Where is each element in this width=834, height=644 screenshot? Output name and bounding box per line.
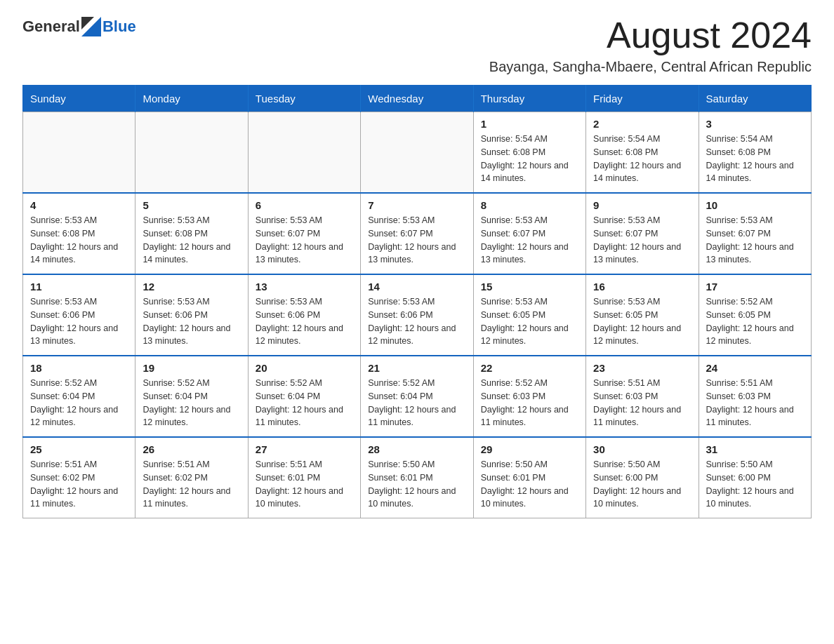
- day-number: 7: [368, 199, 465, 211]
- calendar-week-5: 25Sunrise: 5:51 AM Sunset: 6:02 PM Dayli…: [23, 437, 812, 518]
- logo-blue: Blue: [102, 18, 136, 36]
- day-info: Sunrise: 5:53 AM Sunset: 6:07 PM Dayligh…: [368, 214, 465, 267]
- day-info: Sunrise: 5:53 AM Sunset: 6:08 PM Dayligh…: [143, 214, 240, 267]
- day-number: 3: [706, 118, 804, 130]
- calendar-day: 23Sunrise: 5:51 AM Sunset: 6:03 PM Dayli…: [586, 356, 699, 437]
- day-info: Sunrise: 5:53 AM Sunset: 6:05 PM Dayligh…: [593, 295, 691, 348]
- day-info: Sunrise: 5:50 AM Sunset: 6:00 PM Dayligh…: [706, 458, 804, 511]
- day-number: 15: [481, 281, 578, 293]
- calendar-week-4: 18Sunrise: 5:52 AM Sunset: 6:04 PM Dayli…: [23, 356, 812, 437]
- day-info: Sunrise: 5:52 AM Sunset: 6:04 PM Dayligh…: [256, 377, 353, 429]
- day-info: Sunrise: 5:52 AM Sunset: 6:03 PM Dayligh…: [481, 377, 578, 429]
- day-number: 2: [593, 118, 691, 130]
- day-info: Sunrise: 5:53 AM Sunset: 6:06 PM Dayligh…: [143, 295, 240, 348]
- calendar-day: 12Sunrise: 5:53 AM Sunset: 6:06 PM Dayli…: [135, 274, 248, 356]
- calendar-day: 26Sunrise: 5:51 AM Sunset: 6:02 PM Dayli…: [135, 437, 248, 518]
- calendar-day: 18Sunrise: 5:52 AM Sunset: 6:04 PM Dayli…: [23, 356, 135, 437]
- logo-general: General: [22, 18, 80, 36]
- calendar-day: 14Sunrise: 5:53 AM Sunset: 6:06 PM Dayli…: [361, 274, 473, 356]
- calendar-day: 31Sunrise: 5:50 AM Sunset: 6:00 PM Dayli…: [699, 437, 811, 518]
- day-info: Sunrise: 5:53 AM Sunset: 6:06 PM Dayligh…: [30, 295, 128, 348]
- day-number: 17: [706, 281, 804, 293]
- day-info: Sunrise: 5:52 AM Sunset: 6:04 PM Dayligh…: [368, 377, 465, 429]
- day-header-saturday: Saturday: [699, 86, 811, 112]
- day-header-thursday: Thursday: [473, 86, 585, 112]
- day-info: Sunrise: 5:52 AM Sunset: 6:05 PM Dayligh…: [706, 295, 804, 348]
- day-number: 24: [706, 362, 804, 374]
- day-info: Sunrise: 5:51 AM Sunset: 6:03 PM Dayligh…: [593, 377, 691, 429]
- day-info: Sunrise: 5:51 AM Sunset: 6:01 PM Dayligh…: [256, 458, 353, 511]
- day-number: 21: [368, 362, 465, 374]
- day-number: 6: [256, 199, 353, 211]
- day-header-friday: Friday: [586, 86, 699, 112]
- calendar-day: 10Sunrise: 5:53 AM Sunset: 6:07 PM Dayli…: [699, 193, 811, 274]
- calendar-day: 11Sunrise: 5:53 AM Sunset: 6:06 PM Dayli…: [23, 274, 135, 356]
- calendar-day: [23, 112, 135, 194]
- calendar-day: 25Sunrise: 5:51 AM Sunset: 6:02 PM Dayli…: [23, 437, 135, 518]
- calendar-day: 2Sunrise: 5:54 AM Sunset: 6:08 PM Daylig…: [586, 112, 699, 194]
- calendar-table: SundayMondayTuesdayWednesdayThursdayFrid…: [22, 85, 812, 518]
- calendar-day: 15Sunrise: 5:53 AM Sunset: 6:05 PM Dayli…: [473, 274, 585, 356]
- day-info: Sunrise: 5:54 AM Sunset: 6:08 PM Dayligh…: [706, 133, 804, 185]
- day-number: 26: [143, 443, 240, 455]
- calendar-day: 22Sunrise: 5:52 AM Sunset: 6:03 PM Dayli…: [473, 356, 585, 437]
- day-number: 23: [593, 362, 691, 374]
- day-info: Sunrise: 5:52 AM Sunset: 6:04 PM Dayligh…: [143, 377, 240, 429]
- day-number: 27: [256, 443, 353, 455]
- day-info: Sunrise: 5:50 AM Sunset: 6:01 PM Dayligh…: [481, 458, 578, 511]
- day-info: Sunrise: 5:54 AM Sunset: 6:08 PM Dayligh…: [593, 133, 691, 185]
- title-block: August 2024: [607, 17, 812, 53]
- calendar-day: 21Sunrise: 5:52 AM Sunset: 6:04 PM Dayli…: [361, 356, 473, 437]
- calendar-day: 13Sunrise: 5:53 AM Sunset: 6:06 PM Dayli…: [248, 274, 360, 356]
- day-number: 10: [706, 199, 804, 211]
- calendar-day: 6Sunrise: 5:53 AM Sunset: 6:07 PM Daylig…: [248, 193, 360, 274]
- month-title: August 2024: [607, 17, 812, 53]
- day-info: Sunrise: 5:53 AM Sunset: 6:06 PM Dayligh…: [256, 295, 353, 348]
- day-number: 30: [593, 443, 691, 455]
- day-number: 4: [30, 199, 128, 211]
- day-info: Sunrise: 5:53 AM Sunset: 6:07 PM Dayligh…: [706, 214, 804, 267]
- day-info: Sunrise: 5:53 AM Sunset: 6:07 PM Dayligh…: [593, 214, 691, 267]
- day-number: 22: [481, 362, 578, 374]
- day-number: 9: [593, 199, 691, 211]
- calendar-day: 29Sunrise: 5:50 AM Sunset: 6:01 PM Dayli…: [473, 437, 585, 518]
- day-number: 5: [143, 199, 240, 211]
- day-header-monday: Monday: [135, 86, 248, 112]
- calendar-day: 30Sunrise: 5:50 AM Sunset: 6:00 PM Dayli…: [586, 437, 699, 518]
- day-number: 12: [143, 281, 240, 293]
- day-header-wednesday: Wednesday: [361, 86, 473, 112]
- day-info: Sunrise: 5:53 AM Sunset: 6:05 PM Dayligh…: [481, 295, 578, 348]
- day-number: 19: [143, 362, 240, 374]
- day-number: 25: [30, 443, 128, 455]
- day-info: Sunrise: 5:51 AM Sunset: 6:02 PM Dayligh…: [143, 458, 240, 511]
- calendar-week-3: 11Sunrise: 5:53 AM Sunset: 6:06 PM Dayli…: [23, 274, 812, 356]
- day-number: 14: [368, 281, 465, 293]
- day-number: 1: [481, 118, 578, 130]
- calendar-body: 1Sunrise: 5:54 AM Sunset: 6:08 PM Daylig…: [23, 112, 812, 518]
- day-number: 16: [593, 281, 691, 293]
- day-info: Sunrise: 5:53 AM Sunset: 6:06 PM Dayligh…: [368, 295, 465, 348]
- calendar-day: 5Sunrise: 5:53 AM Sunset: 6:08 PM Daylig…: [135, 193, 248, 274]
- day-header-sunday: Sunday: [23, 86, 135, 112]
- calendar-day: 20Sunrise: 5:52 AM Sunset: 6:04 PM Dayli…: [248, 356, 360, 437]
- calendar-day: 1Sunrise: 5:54 AM Sunset: 6:08 PM Daylig…: [473, 112, 585, 194]
- day-info: Sunrise: 5:51 AM Sunset: 6:02 PM Dayligh…: [30, 458, 128, 511]
- day-info: Sunrise: 5:54 AM Sunset: 6:08 PM Dayligh…: [481, 133, 578, 185]
- calendar-day: [248, 112, 360, 194]
- calendar-day: 7Sunrise: 5:53 AM Sunset: 6:07 PM Daylig…: [361, 193, 473, 274]
- day-number: 11: [30, 281, 128, 293]
- subtitle: Bayanga, Sangha-Mbaere, Central African …: [22, 59, 812, 75]
- day-info: Sunrise: 5:50 AM Sunset: 6:00 PM Dayligh…: [593, 458, 691, 511]
- day-number: 8: [481, 199, 578, 211]
- calendar-header: SundayMondayTuesdayWednesdayThursdayFrid…: [23, 86, 812, 112]
- calendar-day: 3Sunrise: 5:54 AM Sunset: 6:08 PM Daylig…: [699, 112, 811, 194]
- day-info: Sunrise: 5:53 AM Sunset: 6:08 PM Dayligh…: [30, 214, 128, 267]
- calendar-day: [361, 112, 473, 194]
- calendar-day: [135, 112, 248, 194]
- calendar-day: 28Sunrise: 5:50 AM Sunset: 6:01 PM Dayli…: [361, 437, 473, 518]
- day-number: 20: [256, 362, 353, 374]
- page-header: General Blue August 2024: [22, 17, 812, 53]
- day-number: 28: [368, 443, 465, 455]
- day-number: 13: [256, 281, 353, 293]
- day-number: 31: [706, 443, 804, 455]
